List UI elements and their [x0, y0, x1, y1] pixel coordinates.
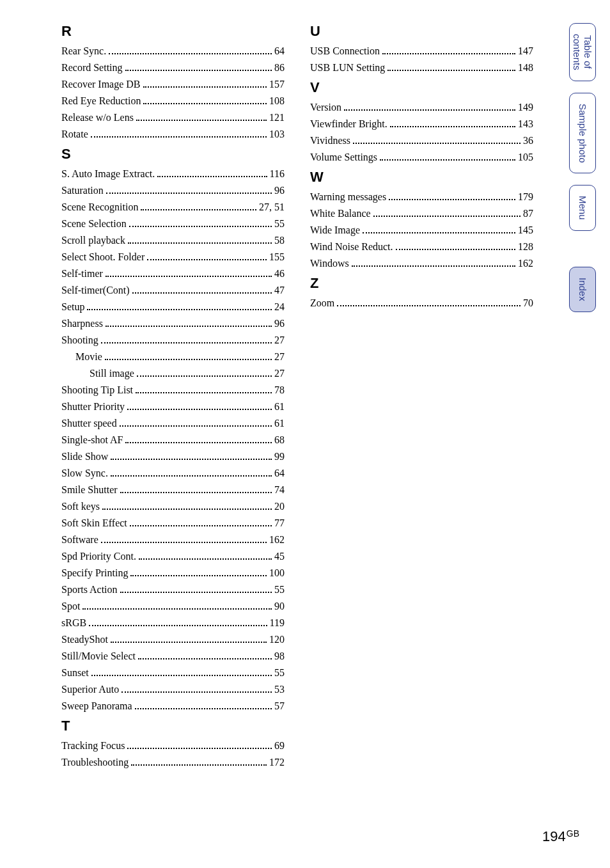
index-entry[interactable]: Self-timer(Cont)47 — [61, 285, 285, 296]
index-entry[interactable]: SteadyShot120 — [61, 635, 285, 645]
index-entry[interactable]: Troubleshooting172 — [61, 757, 285, 768]
index-entry[interactable]: S. Auto Image Extract.116 — [61, 169, 285, 179]
index-entry[interactable]: Scroll playback58 — [61, 235, 285, 246]
side-tab-sample[interactable]: Sample photo — [569, 93, 596, 174]
leader-dots — [130, 575, 267, 576]
index-entry[interactable]: Wide Image145 — [310, 225, 533, 235]
leader-dots — [106, 276, 272, 277]
index-entry[interactable]: Shooting Tip List78 — [61, 385, 285, 395]
index-entry[interactable]: Viewfinder Bright.143 — [310, 119, 533, 129]
index-entry[interactable]: Soft keys20 — [61, 501, 285, 512]
index-entry[interactable]: Scene Recognition27, 51 — [61, 202, 285, 212]
index-entry[interactable]: Red Eye Reduction108 — [61, 96, 285, 106]
index-entry[interactable]: Setup24 — [61, 302, 285, 312]
index-entry[interactable]: Scene Selection55 — [61, 219, 285, 229]
index-entry[interactable]: Release w/o Lens121 — [61, 113, 285, 123]
index-entry-label: Viewfinder Bright. — [310, 119, 387, 129]
index-entry[interactable]: Software162 — [61, 535, 285, 545]
section-heading: W — [310, 169, 533, 185]
leader-dots — [363, 232, 515, 233]
index-entry[interactable]: Spot90 — [61, 601, 285, 612]
index-entry-label: Volume Settings — [310, 152, 377, 162]
index-entry-label: USB Connection — [310, 46, 380, 56]
index-entry[interactable]: Spd Priority Cont.45 — [61, 551, 285, 562]
index-entry[interactable]: Zoom70 — [310, 298, 533, 308]
index-entry[interactable]: Sharpness96 — [61, 319, 285, 329]
page-number-suffix: GB — [567, 828, 579, 839]
index-entry[interactable]: Recover Image DB157 — [61, 79, 285, 90]
index-entry-page: 99 — [274, 452, 285, 462]
side-tab-index[interactable]: Index — [569, 267, 596, 312]
index-entry[interactable]: Slow Sync.64 — [61, 468, 285, 478]
index-entry[interactable]: Tracking Focus69 — [61, 741, 285, 751]
index-entry[interactable]: USB Connection147 — [310, 46, 533, 56]
index-entry[interactable]: Movie27 — [61, 352, 285, 362]
index-entry[interactable]: Sports Action55 — [61, 585, 285, 595]
index-entry[interactable]: Self-timer46 — [61, 269, 285, 279]
index-entry[interactable]: Shooting27 — [61, 335, 285, 345]
leader-dots — [136, 120, 267, 121]
index-entry[interactable]: Wind Noise Reduct.128 — [310, 242, 533, 252]
index-entry-page: 74 — [274, 485, 285, 495]
leader-dots — [352, 265, 515, 267]
index-entry-page: 27 — [274, 368, 285, 379]
index-entry-page: 96 — [274, 319, 285, 329]
index-entry[interactable]: Smile Shutter74 — [61, 485, 285, 495]
index-entry-label: Single-shot AF — [61, 435, 123, 445]
leader-dots — [390, 126, 515, 127]
index-entry[interactable]: Still/Movie Select98 — [61, 651, 285, 661]
index-entry-page: 24 — [274, 302, 285, 312]
side-tabs: Table of contentsSample photoMenuIndex — [569, 23, 596, 324]
index-entry-label: Specify Printing — [61, 568, 128, 578]
side-tab-toc[interactable]: Table of contents — [569, 23, 596, 81]
side-tab-menu[interactable]: Menu — [569, 185, 596, 231]
index-entry[interactable]: White Balance87 — [310, 209, 533, 219]
index-entry-label: Release w/o Lens — [61, 113, 134, 123]
index-entry[interactable]: Select Shoot. Folder155 — [61, 252, 285, 262]
leader-dots — [143, 86, 267, 88]
leader-dots — [109, 53, 272, 54]
index-entry[interactable]: Rotate103 — [61, 129, 285, 139]
index-entry[interactable]: Saturation96 — [61, 185, 285, 196]
leader-dots — [157, 176, 267, 177]
index-entry[interactable]: Shutter Priority61 — [61, 402, 285, 412]
index-entry[interactable]: Sweep Panorama57 — [61, 701, 285, 711]
index-entry[interactable]: Sunset55 — [61, 668, 285, 678]
page: RRear Sync.64Record Setting86Recover Ima… — [0, 0, 610, 868]
leader-dots — [106, 193, 272, 194]
index-entry[interactable]: sRGB119 — [61, 618, 285, 628]
index-entry[interactable]: Soft Skin Effect77 — [61, 518, 285, 528]
leader-dots — [337, 305, 520, 306]
index-entry-label: Slide Show — [61, 452, 108, 462]
index-entry[interactable]: Specify Printing100 — [61, 568, 285, 578]
index-entry[interactable]: Record Setting86 — [61, 63, 285, 73]
index-entry[interactable]: Windows162 — [310, 258, 533, 269]
leader-dots — [143, 103, 267, 104]
index-entry[interactable]: Volume Settings105 — [310, 152, 533, 162]
index-entry-page: 64 — [274, 468, 285, 478]
index-entry[interactable]: Superior Auto53 — [61, 684, 285, 695]
index-entry-page: 96 — [274, 185, 285, 196]
index-entry[interactable]: Version149 — [310, 102, 533, 113]
index-entry[interactable]: Slide Show99 — [61, 452, 285, 462]
index-entry[interactable]: Shutter speed61 — [61, 418, 285, 429]
leader-dots — [382, 53, 515, 54]
index-entry-label: Tracking Focus — [61, 741, 125, 751]
index-entry-label: Soft Skin Effect — [61, 518, 127, 528]
index-entry-label: Scene Recognition — [61, 202, 138, 212]
leader-dots — [136, 392, 272, 393]
index-entry-page: 145 — [518, 225, 533, 235]
index-entry[interactable]: Single-shot AF68 — [61, 435, 285, 445]
index-entry[interactable]: Vividness36 — [310, 136, 533, 146]
index-entry-label: Wind Noise Reduct. — [310, 242, 393, 252]
index-entry-label: sRGB — [61, 618, 86, 628]
index-entry[interactable]: Still image27 — [61, 368, 285, 379]
leader-dots — [128, 242, 272, 244]
index-entry-page: 162 — [518, 258, 533, 269]
index-entry[interactable]: USB LUN Setting148 — [310, 63, 533, 73]
index-entry-label: Spot — [61, 601, 80, 612]
index-entry[interactable]: Warning messages179 — [310, 192, 533, 202]
index-entry-page: 20 — [274, 501, 285, 512]
section-heading: R — [61, 23, 285, 40]
index-entry[interactable]: Rear Sync.64 — [61, 46, 285, 56]
